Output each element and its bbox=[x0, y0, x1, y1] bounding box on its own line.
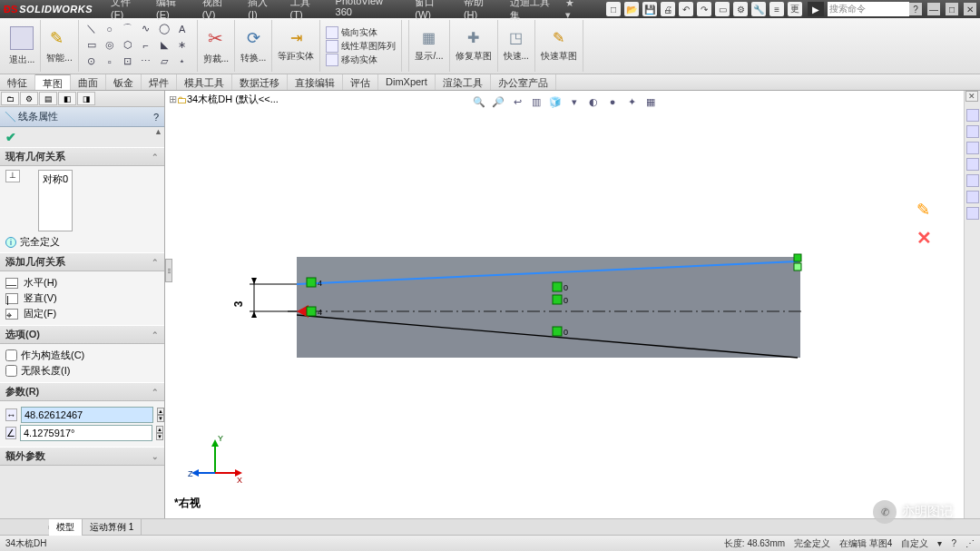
cancel-sketch-icon[interactable]: ✕ bbox=[916, 227, 936, 247]
circle-icon[interactable]: ○ bbox=[103, 23, 117, 35]
redo-icon[interactable]: ↷ bbox=[697, 2, 711, 16]
section-extra[interactable]: 额外参数⌄ bbox=[0, 447, 164, 466]
more-icon[interactable]: ≡ bbox=[769, 2, 784, 16]
taskpane-item-1[interactable] bbox=[966, 109, 979, 122]
param-length-input[interactable] bbox=[21, 407, 153, 423]
search-icon[interactable]: ▶ bbox=[808, 2, 824, 16]
taskpane-item-5[interactable] bbox=[966, 174, 979, 187]
scene-icon[interactable]: ✦ bbox=[624, 94, 639, 109]
graphics-area[interactable]: ⊞ 🗀 34木梳DH (默认<<... bbox=[165, 91, 964, 518]
status-custom[interactable]: 自定义 bbox=[901, 537, 928, 550]
taskpane-item-4[interactable] bbox=[966, 158, 979, 171]
panel-tab-4[interactable]: ◧ bbox=[58, 92, 76, 105]
panel-scroll-up[interactable]: ▲ bbox=[154, 127, 163, 136]
relations-list[interactable]: 对称0 bbox=[38, 170, 73, 231]
section-params[interactable]: 参数(R)⌃ bbox=[0, 382, 164, 401]
tab-surface[interactable]: 曲面 bbox=[71, 74, 106, 90]
slot-icon[interactable]: ◎ bbox=[103, 39, 117, 52]
new-icon[interactable]: □ bbox=[606, 2, 621, 16]
chamfer-icon[interactable]: ◣ bbox=[157, 39, 172, 52]
view-set-icon[interactable]: ▦ bbox=[643, 94, 658, 109]
mirror-button[interactable]: 镜向实体 bbox=[326, 26, 396, 39]
section-add-relations[interactable]: 添加几何关系⌃ bbox=[0, 252, 164, 271]
add-vertical[interactable]: |竖直(V) bbox=[5, 290, 159, 306]
offset-button[interactable]: ⇥ 等距实体 bbox=[272, 20, 320, 72]
line-icon[interactable]: ＼ bbox=[84, 23, 99, 35]
relation-item[interactable]: 对称0 bbox=[43, 172, 68, 186]
tab-dimx[interactable]: DimXpert bbox=[378, 74, 436, 90]
display-button[interactable]: ▦ 显示/... bbox=[409, 20, 449, 72]
section-options[interactable]: 选项(O)⌃ bbox=[0, 325, 164, 344]
rebuild-icon[interactable]: 🔧 bbox=[751, 2, 766, 16]
view-orient-icon[interactable]: 🧊 bbox=[548, 94, 563, 109]
move-button[interactable]: 移动实体 bbox=[326, 54, 396, 66]
tab-render[interactable]: 渲染工具 bbox=[436, 74, 491, 90]
dimension-label[interactable]: 3 bbox=[232, 301, 245, 308]
panel-tab-1[interactable]: 🗀 bbox=[1, 92, 19, 105]
center-icon[interactable]: ⊙ bbox=[84, 55, 99, 68]
tab-weld[interactable]: 焊件 bbox=[142, 74, 177, 90]
opt-construction[interactable]: 作为构造线(C) bbox=[5, 348, 159, 363]
tab-sketch[interactable]: 草图 bbox=[35, 74, 71, 90]
appearance-icon[interactable]: ● bbox=[605, 94, 620, 109]
repair-button[interactable]: ✚ 修复草图 bbox=[450, 20, 498, 72]
panel-resizer[interactable] bbox=[165, 259, 172, 282]
pic-icon[interactable]: ▫ bbox=[103, 55, 117, 68]
poly-icon[interactable]: ⬡ bbox=[121, 39, 135, 52]
help-icon[interactable]: ? bbox=[909, 3, 922, 15]
confirm-sketch-icon[interactable]: ✎ bbox=[916, 200, 936, 220]
plane-icon[interactable]: ▱ bbox=[157, 55, 172, 68]
trim-button[interactable]: ✂ 剪裁... bbox=[198, 20, 235, 72]
tab-sheet[interactable]: 钣金 bbox=[106, 74, 142, 90]
taskpane-item-2[interactable] bbox=[966, 125, 979, 138]
save-icon[interactable]: 💾 bbox=[642, 2, 657, 16]
spin-up[interactable]: ▲ bbox=[157, 408, 164, 415]
spin-down[interactable]: ▼ bbox=[157, 415, 164, 422]
param-angle-input[interactable] bbox=[20, 425, 152, 441]
opt-infinite[interactable]: 无限长度(I) bbox=[5, 363, 159, 379]
quick2-button[interactable]: ✎ 快速草图 bbox=[535, 20, 583, 72]
panel-help-icon[interactable]: ? bbox=[153, 112, 159, 123]
confirm-icon[interactable]: ✔ bbox=[5, 130, 16, 144]
tab-model[interactable]: 模型 bbox=[49, 519, 83, 536]
section-existing-relations[interactable]: 现有几何关系⌃ bbox=[0, 147, 164, 166]
more2-icon[interactable]: ⋆ bbox=[175, 55, 190, 68]
display-style-icon[interactable]: ▾ bbox=[567, 94, 582, 109]
taskpane-item-6[interactable] bbox=[966, 191, 979, 203]
open-icon[interactable]: 📂 bbox=[624, 2, 639, 16]
spin-up2[interactable]: ▲ bbox=[156, 426, 163, 433]
fillet-icon[interactable]: ⌐ bbox=[139, 39, 153, 52]
panel-tab-3[interactable]: ▤ bbox=[39, 92, 57, 105]
hide-show-icon[interactable]: ◐ bbox=[586, 94, 601, 109]
add-fix[interactable]: ⌖固定(F) bbox=[5, 306, 159, 321]
tab-data[interactable]: 数据迁移 bbox=[232, 74, 288, 90]
taskpane-item-3[interactable] bbox=[966, 142, 979, 154]
status-help-icon[interactable]: ? bbox=[951, 538, 956, 548]
zoom-fit-icon[interactable]: 🔍 bbox=[472, 94, 486, 109]
rect-icon[interactable]: ▭ bbox=[84, 39, 99, 52]
exit-sketch-button[interactable]: 退出... bbox=[4, 20, 41, 72]
quick-button[interactable]: ◳ 快速... bbox=[498, 20, 535, 72]
tab-office[interactable]: 办公室产品 bbox=[491, 74, 556, 90]
doc-close-icon[interactable]: ✕ bbox=[965, 91, 978, 102]
status-unit-icon[interactable]: ▾ bbox=[937, 538, 942, 548]
dash-icon[interactable]: ⋯ bbox=[139, 55, 153, 68]
panel-tab-5[interactable]: ◨ bbox=[77, 92, 95, 105]
search-input[interactable]: 搜索命令 bbox=[828, 2, 909, 16]
prev-view-icon[interactable]: ↩ bbox=[510, 94, 524, 109]
maximize-icon[interactable]: □ bbox=[946, 3, 958, 15]
tab-eval[interactable]: 评估 bbox=[343, 74, 378, 90]
close-icon[interactable]: ✕ bbox=[964, 3, 976, 15]
tab-mold[interactable]: 模具工具 bbox=[177, 74, 232, 90]
ellipse-icon[interactable]: ◯ bbox=[157, 23, 172, 35]
select-icon[interactable]: ▭ bbox=[715, 2, 730, 16]
add-horizontal[interactable]: —水平(H) bbox=[5, 275, 159, 290]
taskpane-item-7[interactable] bbox=[966, 207, 979, 220]
print-icon[interactable]: 🖨 bbox=[661, 2, 675, 16]
smart-dim-button[interactable]: ✎ 智能... bbox=[41, 20, 78, 72]
minimize-icon[interactable]: — bbox=[927, 3, 940, 15]
undo-icon[interactable]: ↶ bbox=[679, 2, 693, 16]
tab-direct[interactable]: 直接编辑 bbox=[288, 74, 343, 90]
text-icon[interactable]: A bbox=[175, 23, 190, 35]
options-icon[interactable]: ⚙ bbox=[733, 2, 748, 16]
